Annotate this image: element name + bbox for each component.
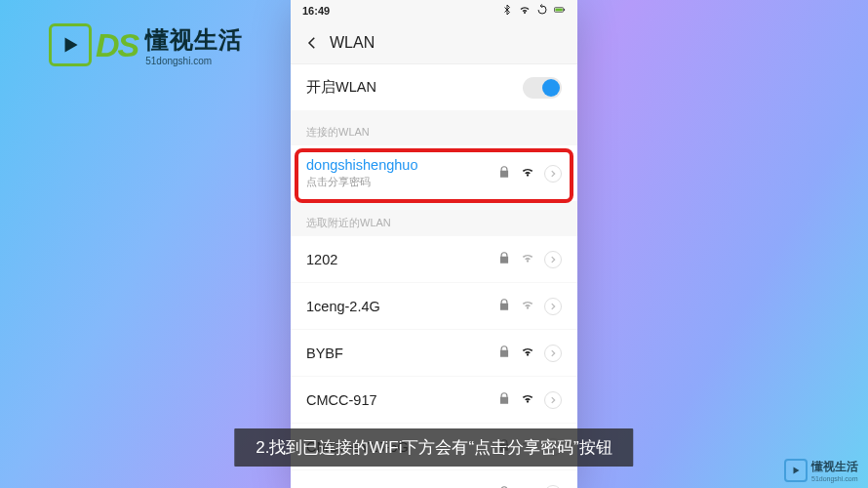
connected-ssid: dongshishenghuo bbox=[306, 157, 497, 173]
detail-button[interactable] bbox=[544, 345, 562, 362]
phone-frame: 16:49 WLAN 开启WLAN 连接的WLAN dongshishenghu… bbox=[291, 0, 577, 488]
wifi-signal-icon bbox=[521, 485, 534, 489]
wlan-toggle-switch[interactable] bbox=[523, 77, 562, 99]
chevron-right-icon bbox=[548, 302, 558, 311]
brand-site: 51dongshi.com bbox=[145, 56, 243, 66]
page-title: WLAN bbox=[330, 34, 375, 52]
play-icon bbox=[784, 459, 808, 482]
wifi-signal-icon bbox=[521, 298, 534, 315]
lock-icon bbox=[497, 251, 511, 268]
chevron-right-icon bbox=[548, 255, 558, 264]
battery-icon bbox=[554, 4, 566, 18]
network-ssid: BYBF bbox=[306, 346, 497, 361]
brand-title: 懂视生活 bbox=[811, 459, 858, 475]
network-row[interactable]: CU_h54M bbox=[291, 470, 577, 488]
wifi-icon bbox=[519, 4, 531, 18]
connected-sub: 点击分享密码 bbox=[306, 175, 497, 189]
lock-icon bbox=[497, 391, 511, 409]
rotation-icon bbox=[536, 4, 548, 18]
wifi-signal-icon bbox=[521, 391, 534, 409]
title-bar: WLAN bbox=[291, 21, 577, 64]
detail-button[interactable] bbox=[544, 251, 562, 268]
wlan-toggle-row[interactable]: 开启WLAN bbox=[291, 64, 577, 111]
network-ssid: CMCC-917 bbox=[306, 392, 497, 408]
status-time: 16:49 bbox=[302, 5, 330, 17]
wifi-signal-icon bbox=[521, 345, 534, 362]
connected-network-row[interactable]: dongshishenghuo 点击分享密码 bbox=[291, 145, 577, 202]
network-row[interactable]: CMCC-917 bbox=[291, 377, 577, 424]
detail-button[interactable] bbox=[544, 165, 562, 183]
chevron-right-icon bbox=[548, 169, 558, 179]
detail-button[interactable] bbox=[544, 298, 562, 315]
detail-button[interactable] bbox=[544, 485, 562, 489]
wlan-list: 开启WLAN 连接的WLAN dongshishenghuo 点击分享密码 选取… bbox=[291, 64, 577, 488]
svg-rect-1 bbox=[564, 9, 565, 11]
status-bar: 16:49 bbox=[291, 0, 577, 21]
play-icon bbox=[49, 23, 92, 66]
detail-button[interactable] bbox=[544, 391, 562, 409]
section-connected: 连接的WLAN bbox=[291, 111, 577, 145]
wlan-toggle-label: 开启WLAN bbox=[306, 78, 523, 97]
brand-site: 51dongshi.com bbox=[811, 475, 858, 482]
network-ssid: 1202 bbox=[306, 252, 497, 267]
brand-logo-right: 懂视生活 51dongshi.com bbox=[784, 459, 858, 482]
tutorial-caption: 2.找到已连接的WiFi下方会有“点击分享密码”按钮 bbox=[234, 428, 633, 467]
back-button[interactable] bbox=[298, 34, 326, 52]
lock-icon bbox=[497, 298, 511, 315]
brand-logo-left: DS 懂视生活 51dongshi.com bbox=[49, 23, 243, 66]
bluetooth-icon bbox=[501, 4, 513, 18]
network-row[interactable]: 1202 bbox=[291, 236, 577, 283]
chevron-right-icon bbox=[548, 348, 558, 358]
chevron-left-icon bbox=[303, 34, 321, 52]
network-ssid: 1ceng-2.4G bbox=[306, 299, 497, 314]
network-row[interactable]: 1ceng-2.4G bbox=[291, 283, 577, 330]
brand-ds: DS bbox=[96, 26, 138, 64]
svg-rect-2 bbox=[555, 9, 562, 12]
network-row[interactable]: BYBF bbox=[291, 330, 577, 377]
lock-icon bbox=[497, 345, 511, 362]
wifi-signal-icon bbox=[521, 165, 534, 183]
wifi-signal-icon bbox=[521, 251, 534, 268]
lock-icon bbox=[497, 165, 511, 183]
brand-title: 懂视生活 bbox=[145, 24, 243, 56]
lock-icon bbox=[497, 485, 511, 489]
section-nearby: 选取附近的WLAN bbox=[291, 202, 577, 236]
chevron-right-icon bbox=[548, 395, 558, 405]
